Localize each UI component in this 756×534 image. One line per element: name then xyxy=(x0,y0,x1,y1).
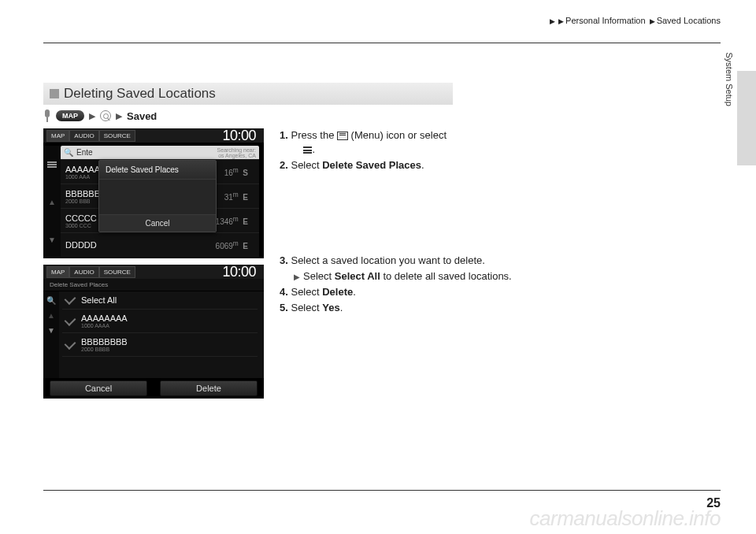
search-text: Ente xyxy=(76,148,93,157)
clock: 10:00 xyxy=(222,265,261,280)
list-item[interactable]: AAAAAAAA 1000 AAAA xyxy=(62,310,258,333)
step-4: 4. Select Delete. xyxy=(280,285,721,299)
search-input[interactable]: 🔍 Ente Searching near:os Angeles, CA xyxy=(61,146,259,159)
side-tab xyxy=(737,71,756,165)
breadcrumb-seg-2: Saved Locations xyxy=(657,16,721,25)
tab-source[interactable]: SOURCE xyxy=(99,130,135,142)
search-icon xyxy=(100,110,111,121)
section-title: Deleting Saved Locations xyxy=(43,83,453,105)
check-icon xyxy=(65,293,76,305)
check-icon xyxy=(65,314,76,326)
side-tab-label: System Setup xyxy=(724,53,734,106)
chevron-right-icon: ▶ xyxy=(116,111,122,121)
breadcrumb-seg-1: Personal Information xyxy=(565,16,646,25)
step-3: 3. Select a saved location you want to d… xyxy=(280,254,721,268)
breadcrumb: ▶▶Personal Information ▶Saved Locations xyxy=(43,16,721,28)
tab-map[interactable]: MAP xyxy=(46,266,69,278)
select-all-row[interactable]: Select All xyxy=(62,291,258,310)
search-icon: 🔍 xyxy=(64,148,73,157)
delete-button[interactable]: Delete xyxy=(160,380,258,396)
nav-end-label: Saved xyxy=(127,110,157,122)
tab-audio[interactable]: AUDIO xyxy=(69,130,98,142)
chevron-right-icon: ▶ xyxy=(650,17,655,25)
triangle-bullet-icon: ▶ xyxy=(294,273,300,281)
step-3-sub: ▶Select Select All to delete all saved l… xyxy=(280,269,721,284)
chevron-right-icon: ▶ xyxy=(89,111,95,121)
scroll-down-icon[interactable]: ▼ xyxy=(48,235,56,244)
step-5: 5. Select Yes. xyxy=(280,301,721,315)
screenshot-delete-modal: MAP AUDIO SOURCE 10:00 ▲ ▼ 🔍 Ente Search… xyxy=(43,128,264,258)
search-icon[interactable]: 🔍 xyxy=(46,296,56,305)
chevron-right-icon: ▶ xyxy=(550,17,555,25)
list-item[interactable]: DDDDD 6069m E xyxy=(61,232,259,257)
nav-path: MAP ▶ ▶ Saved xyxy=(43,109,721,122)
tab-source[interactable]: SOURCE xyxy=(99,266,135,278)
watermark: carmanualsonline.info xyxy=(530,506,721,531)
section-title-text: Deleting Saved Locations xyxy=(64,86,216,102)
chevron-right-icon: ▶ xyxy=(558,17,564,25)
list-item[interactable]: BBBBBBBB 2000 BBBB xyxy=(62,333,258,357)
instructions: 1. Press the (Menu) icon or select . 2. … xyxy=(280,128,721,399)
scroll-down-icon[interactable]: ▼ xyxy=(47,326,55,335)
modal-cancel-button[interactable]: Cancel xyxy=(99,214,216,232)
map-button-pill: MAP xyxy=(56,110,84,121)
menu-icon xyxy=(337,132,348,140)
clock: 10:00 xyxy=(222,128,261,144)
tab-map[interactable]: MAP xyxy=(46,130,69,142)
divider xyxy=(43,490,721,491)
delete-places-modal: Delete Saved Places Cancel xyxy=(98,160,217,232)
screenshot-delete-list: MAP AUDIO SOURCE 10:00 Delete Saved Plac… xyxy=(43,265,264,399)
screen-title: Delete Saved Places xyxy=(43,279,264,291)
scroll-up-icon[interactable]: ▲ xyxy=(48,198,56,206)
step-2: 2. Select Delete Saved Places. xyxy=(280,158,721,172)
divider xyxy=(43,43,721,43)
tab-audio[interactable]: AUDIO xyxy=(69,266,98,278)
modal-title[interactable]: Delete Saved Places xyxy=(99,161,216,180)
cancel-button[interactable]: Cancel xyxy=(50,380,147,396)
menu-icon[interactable] xyxy=(47,161,57,169)
hamburger-icon xyxy=(303,146,312,154)
search-hint: Searching near:os Angeles, CA xyxy=(217,147,256,158)
step-1: 1. Press the (Menu) icon or select . xyxy=(280,128,721,157)
square-bullet-icon xyxy=(50,89,59,98)
check-icon xyxy=(65,338,76,350)
voice-icon xyxy=(43,109,51,122)
scroll-up-icon[interactable]: ▲ xyxy=(47,311,55,320)
